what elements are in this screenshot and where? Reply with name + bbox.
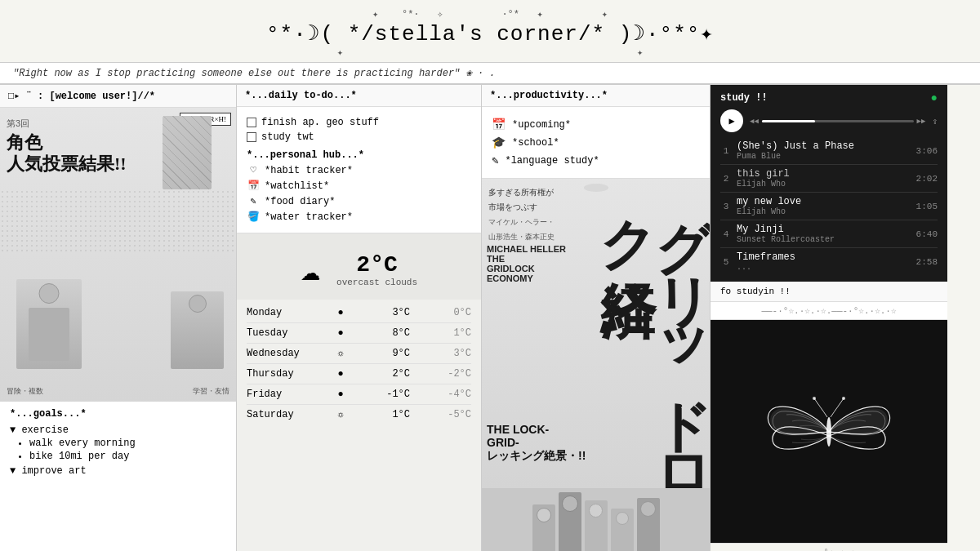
icon-2: ☼ bbox=[332, 348, 349, 359]
track-duration-2: 2:02 bbox=[916, 174, 938, 184]
goal-expand-art[interactable]: ▼ improve art bbox=[10, 465, 226, 477]
track-name-2: this girl bbox=[737, 168, 911, 180]
deco-line-top: ——-·°☆.·☆.·☆.——-·°☆.·☆.·☆ bbox=[710, 302, 947, 320]
manga-char-1 bbox=[163, 116, 212, 189]
track-info-5: Timeframes ... bbox=[737, 251, 911, 272]
char-1 bbox=[532, 504, 555, 551]
icon-1: ● bbox=[332, 327, 349, 339]
progress-area: ◀◀ ▶▶ bbox=[750, 117, 925, 126]
col-productivity: *...productivity...* 📅 *upcoming* 🎓 *sch… bbox=[482, 85, 710, 551]
svg-point-2 bbox=[842, 397, 845, 400]
quote-text: "Right now as I stop practicing someone … bbox=[13, 68, 496, 79]
weather-section: ☁ 2°C overcast clouds Monday ● 3°C 0°C T… bbox=[237, 233, 481, 551]
quote-bar: "Right now as I stop practicing someone … bbox=[0, 63, 980, 84]
share-icon[interactable]: ⇪ bbox=[932, 116, 938, 127]
goal-category-exercise: ▼ exercise walk every morning bike 10mi … bbox=[10, 424, 226, 462]
todo-checkbox-2[interactable] bbox=[247, 132, 256, 142]
prod-label-upcoming: *upcoming* bbox=[512, 119, 571, 131]
productivity-header: *...productivity...* bbox=[482, 85, 710, 107]
forecast-row-2: Wednesday ☼ 9°C 3°C bbox=[247, 344, 471, 364]
calendar-prod-icon: 📅 bbox=[492, 118, 506, 131]
hi-0: 3°C bbox=[377, 307, 410, 318]
time-elapsed: ◀◀ bbox=[750, 117, 759, 126]
manga-image-2: グリッドロック経済 多すぎる所有権が 市場をつぶす マイケル・ヘラー・ 山形浩生… bbox=[482, 179, 710, 551]
music-player: study !! ● ▶ ◀◀ ▶▶ ⇪ 1 (She's) Ju bbox=[710, 85, 947, 282]
day-2: Wednesday bbox=[247, 348, 304, 359]
weather-cloud-icon: ☁ bbox=[301, 250, 320, 290]
prod-label-language: *language study* bbox=[505, 155, 599, 167]
todo-section: finish ap. geo stuff study twt *...perso… bbox=[237, 107, 481, 233]
track-info-3: my new love Elijah Who bbox=[737, 196, 911, 216]
heart-icon: ♡ bbox=[247, 164, 260, 176]
manga2-lock-text: THE LOCK- GRID- レッキング絶景・!! bbox=[487, 423, 586, 464]
lo-1: 1°C bbox=[439, 327, 471, 339]
daily-header: *...daily to-do...* bbox=[237, 85, 481, 107]
goal-category-art: ▼ improve art bbox=[10, 465, 226, 477]
weather-main: ☁ 2°C overcast clouds bbox=[237, 233, 481, 300]
hub-item-food[interactable]: ✎ *food diary* bbox=[247, 195, 471, 207]
manga-jp-title: 角色人気投票結果!! bbox=[7, 132, 127, 176]
hi-3: 2°C bbox=[377, 368, 410, 380]
char-4 bbox=[611, 509, 634, 551]
main-grid: □▸ ¨ : [welcome user!]//* HUNTER×H! 第3回 … bbox=[0, 84, 980, 551]
school-icon: 🎓 bbox=[492, 136, 506, 149]
track-item-2[interactable]: 2 this girl Elijah Who 2:02 bbox=[720, 165, 938, 193]
forecast-row-1: Tuesday ● 8°C 1°C bbox=[247, 323, 471, 344]
lo-4: -4°C bbox=[439, 389, 471, 400]
hi-4: -1°C bbox=[377, 389, 410, 400]
track-num-3: 3 bbox=[720, 202, 732, 211]
track-list: 1 (She's) Just a Phase Puma Blue 3:06 2 … bbox=[720, 137, 938, 275]
manga2-jp-text: 多すぎる所有権が 市場をつぶす マイケル・ヘラー・ 山形浩生・森本正史 bbox=[488, 185, 555, 244]
track-info-2: this girl Elijah Who bbox=[737, 168, 911, 189]
track-item-5[interactable]: 5 Timeframes ... 2:58 bbox=[720, 248, 938, 275]
track-item-1[interactable]: 1 (She's) Just a Phase Puma Blue 3:06 bbox=[720, 137, 938, 165]
icon-4: ● bbox=[332, 389, 349, 400]
todo-item-1[interactable]: finish ap. geo stuff bbox=[247, 117, 471, 128]
goals-title: *...goals...* bbox=[10, 408, 226, 420]
prod-upcoming[interactable]: 📅 *upcoming* bbox=[492, 118, 700, 131]
manga2-art: グリッドロック経済 多すぎる所有権が 市場をつぶす マイケル・ヘラー・ 山形浩生… bbox=[482, 179, 710, 551]
header-stars-bottom: ✦ ✦ bbox=[16, 47, 964, 59]
exercise-items: walk every morning bike 10mi per day bbox=[10, 438, 226, 462]
forecast-row-0: Monday ● 3°C 0°C bbox=[247, 303, 471, 323]
pencil-icon: ✎ bbox=[247, 195, 260, 207]
track-item-4[interactable]: 4 My Jinji Sunset Rollercoaster 6:40 bbox=[720, 220, 938, 248]
track-num-2: 2 bbox=[720, 174, 732, 184]
char-2 bbox=[559, 492, 581, 551]
track-name-3: my new love bbox=[737, 196, 911, 207]
todo-item-2[interactable]: study twt bbox=[247, 131, 471, 143]
day-1: Tuesday bbox=[247, 327, 304, 339]
track-artist-2: Elijah Who bbox=[737, 180, 911, 189]
forecast-row-5: Saturday ☼ 1°C -5°C bbox=[247, 405, 471, 424]
prod-school[interactable]: 🎓 *school* bbox=[492, 136, 700, 149]
prod-language[interactable]: ✎ *language study* bbox=[492, 153, 700, 167]
goal-expand-exercise[interactable]: ▼ exercise bbox=[10, 424, 226, 436]
track-item-3[interactable]: 3 my new love Elijah Who 1:05 bbox=[720, 193, 938, 220]
forecast-row-3: Thursday ● 2°C -2°C bbox=[247, 364, 471, 384]
day-0: Monday bbox=[247, 307, 304, 318]
music-progress-bar[interactable] bbox=[762, 120, 914, 122]
skip-forward-icon[interactable]: ▶▶ bbox=[917, 117, 926, 126]
prod-label-school: *school* bbox=[512, 137, 559, 149]
icon-0: ● bbox=[332, 307, 349, 318]
manga-small-text: 冒険・複数 bbox=[7, 386, 43, 397]
col-welcome: □▸ ¨ : [welcome user!]//* HUNTER×H! 第3回 … bbox=[0, 85, 237, 551]
col-daily: *...daily to-do...* finish ap. geo stuff… bbox=[237, 85, 482, 551]
page-header: ✦ °*· ✧ ·°* ✦ ✦ °*·☽( */stella's corner/… bbox=[0, 0, 980, 63]
play-button[interactable]: ▶ bbox=[720, 109, 743, 132]
hub-label-watchlist: *watchlist* bbox=[265, 180, 329, 192]
day-3: Thursday bbox=[247, 368, 304, 380]
music-player-header: study !! ● bbox=[720, 91, 938, 104]
water-icon: 🪣 bbox=[247, 211, 260, 223]
hub-item-watchlist[interactable]: 📅 *watchlist* bbox=[247, 180, 471, 192]
progress-fill bbox=[762, 120, 815, 122]
track-num-1: 1 bbox=[720, 146, 732, 156]
hub-item-water[interactable]: 🪣 *water tracker* bbox=[247, 211, 471, 223]
track-info-1: (She's) Just a Phase Puma Blue bbox=[737, 140, 911, 161]
track-artist-5: ... bbox=[737, 263, 911, 272]
hub-item-habit[interactable]: ♡ *habit tracker* bbox=[247, 164, 471, 176]
calendar-icon: 📅 bbox=[247, 180, 260, 192]
todo-checkbox-1[interactable] bbox=[247, 118, 256, 127]
manga-small-text-r: 学習・友情 bbox=[193, 386, 229, 397]
track-num-4: 4 bbox=[720, 229, 732, 239]
